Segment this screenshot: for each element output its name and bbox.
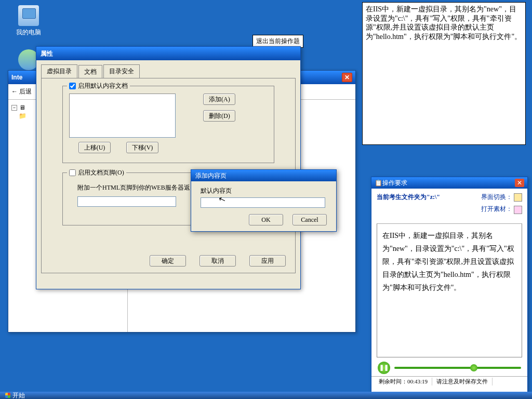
open-material-link[interactable]: 打开素材： (481, 205, 512, 212)
time-remaining-value: 00:43:19 (407, 378, 428, 384)
requirements-titlebar[interactable]: 📋 操作要求 ✕ (371, 177, 527, 189)
footer-path-input[interactable] (77, 196, 176, 207)
taskbar: 开始 (0, 392, 532, 399)
default-content-docs-group: 启用默认内容文档 添加(A) 删除(D) 上移(U) 下移(V) (62, 86, 274, 163)
save-hint: 请注意及时保存文件 (432, 378, 493, 385)
requirements-close-icon[interactable]: ✕ (515, 179, 524, 187)
requirements-body[interactable]: 在IIS中，新建一虚拟目录，其别名为"new"，目录设置为"c:\"，具有"写入… (377, 223, 522, 357)
cancel-button[interactable]: 取消 (200, 255, 236, 267)
default-docs-listbox[interactable] (69, 94, 176, 138)
add-content-title: 添加内容页 (195, 171, 227, 180)
tab-strip: 虚拟目录 文档 目录安全 (36, 60, 300, 78)
moveup-button[interactable]: 上移(U) (78, 142, 111, 153)
switch-ui-swatch[interactable] (514, 193, 522, 202)
progress-thumb[interactable] (470, 364, 477, 371)
progress-track[interactable] (394, 367, 521, 369)
windows-icon (5, 393, 10, 398)
open-material-swatch[interactable] (514, 206, 522, 214)
iis-title-text: Inte (11, 74, 22, 81)
enable-default-docs-checkbox[interactable] (69, 83, 76, 89)
instruction-panel-top: 在IIS中，新建一虚拟目录，其别名为"new"，目录设置为"c:\"，具有"写入… (362, 2, 526, 145)
add-button[interactable]: 添加(A) (203, 94, 235, 105)
start-button[interactable]: 开始 (0, 392, 30, 399)
tab-directory-security[interactable]: 目录安全 (103, 64, 140, 78)
remove-button[interactable]: 删除(D) (203, 110, 235, 122)
properties-titlebar[interactable]: 属性 (36, 47, 300, 60)
my-computer-icon[interactable]: 我的电脑 (10, 5, 47, 37)
desktop-icon-label: 我的电脑 (10, 28, 47, 37)
default-content-label: 默认内容页 (201, 187, 327, 195)
requirements-statusbar: 剩余时间：00:43:19 请注意及时保存文件 (371, 376, 527, 387)
tab-documents[interactable]: 文档 (78, 65, 102, 78)
enable-footer-label: 启用文档页脚(O) (78, 168, 124, 177)
close-icon[interactable]: ✕ (342, 73, 352, 82)
start-label: 开始 (12, 391, 25, 400)
candidate-folder-label: 当前考生文件夹为"z:\" (377, 193, 440, 202)
requirements-panel: 📋 操作要求 ✕ 当前考生文件夹为"z:\" 界面切换： 打开素材： 在IIS中… (371, 177, 528, 395)
tab-virtual-directory[interactable]: 虚拟目录 (41, 64, 77, 78)
pause-icon[interactable]: ❚❚ (378, 362, 390, 374)
default-content-input[interactable] (201, 197, 325, 208)
add-content-page-dialog: 添加内容页 默认内容页 OK Cancel (191, 169, 337, 232)
switch-ui-link[interactable]: 界面切换： (481, 193, 512, 201)
back-button[interactable]: ← 后退 (11, 87, 32, 96)
addpage-ok-button[interactable]: OK (249, 214, 283, 225)
requirements-title: 操作要求 (382, 179, 407, 188)
addpage-cancel-button[interactable]: Cancel (292, 214, 327, 225)
properties-title: 属性 (41, 49, 53, 58)
apply-button[interactable]: 应用 (249, 255, 286, 267)
computer-icon (18, 5, 39, 26)
movedown-button[interactable]: 下移(V) (126, 142, 158, 153)
time-remaining-label: 剩余时间： (379, 378, 407, 384)
enable-default-docs-label: 启用默认内容文档 (78, 82, 128, 90)
enable-footer-checkbox[interactable] (69, 169, 76, 176)
ok-button[interactable]: 确定 (150, 255, 186, 267)
add-content-titlebar[interactable]: 添加内容页 (191, 170, 336, 181)
properties-dialog: 属性 虚拟目录 文档 目录安全 启用默认内容文档 添加(A) 删除(D) 上移(… (36, 46, 301, 289)
player-bar: ❚❚ (371, 360, 527, 376)
